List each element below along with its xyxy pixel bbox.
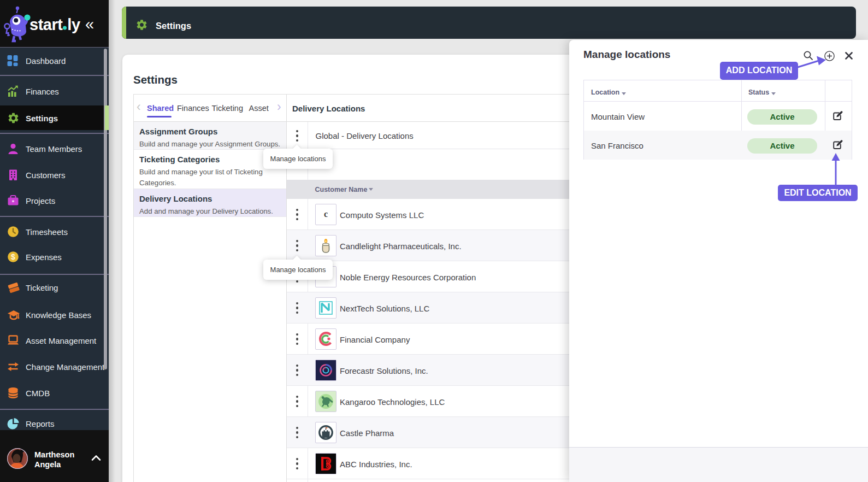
svg-text:$: $	[11, 252, 15, 261]
svg-text:c: c	[324, 209, 328, 219]
